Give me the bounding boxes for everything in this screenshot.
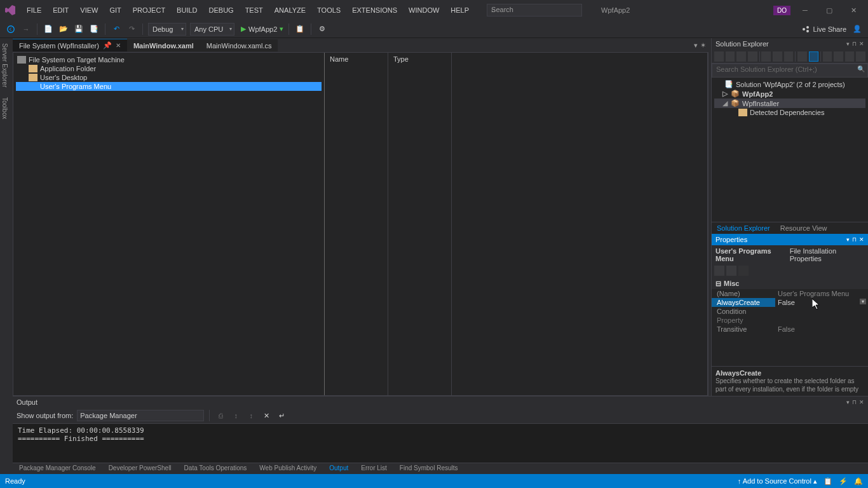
menu-project[interactable]: PROJECT — [128, 3, 170, 18]
save-all-button[interactable]: 📑 — [88, 24, 100, 35]
start-button[interactable]: ▶ WpfApp2 ▾ — [241, 25, 283, 33]
out-tb-wrap[interactable]: ↵ — [276, 410, 287, 421]
alpha-button[interactable] — [726, 266, 736, 276]
category-misc[interactable]: ⊟Misc — [712, 278, 868, 289]
user-badge[interactable]: DO — [773, 6, 790, 15]
forward-button[interactable]: → — [20, 24, 32, 35]
menu-debug[interactable]: DEBUG — [204, 3, 239, 18]
tab-solution-explorer[interactable]: Solution Explorer — [712, 222, 775, 234]
status-icon-3[interactable]: 🔔 — [854, 477, 863, 485]
status-icon-2[interactable]: ⚡ — [839, 477, 848, 485]
back-button[interactable] — [5, 24, 17, 35]
tab-resource-view[interactable]: Resource View — [775, 222, 832, 234]
menu-help[interactable]: HELP — [445, 3, 474, 18]
sol-tb-6[interactable] — [773, 51, 782, 62]
menu-git[interactable]: GIT — [104, 3, 126, 18]
panel-menu-icon[interactable]: ▾ — [846, 399, 850, 405]
tree-programs-menu[interactable]: User's Programs Menu — [16, 82, 322, 91]
tab-options-icon[interactable]: ✶ — [700, 41, 706, 50]
tab-file-system[interactable]: File System (WpfInstaller) 📌 ✕ — [13, 39, 127, 51]
toolbox-tab[interactable]: Toolbox — [0, 92, 10, 124]
search-box[interactable]: Search ⌕ — [487, 4, 582, 17]
sol-tb-10[interactable] — [823, 51, 832, 62]
maximize-button[interactable]: ▢ — [820, 4, 839, 17]
sol-tb-2[interactable] — [726, 51, 735, 62]
pin-icon[interactable]: 📌 — [103, 41, 112, 50]
out-tb-2[interactable]: ↕ — [230, 410, 241, 421]
source-control-button[interactable]: ↑ Add to Source Control ▴ — [738, 477, 817, 485]
sol-tb-8[interactable] — [797, 51, 807, 62]
col-name[interactable]: Name — [325, 53, 388, 395]
menu-extensions[interactable]: EXTENSIONS — [347, 3, 402, 18]
admin-icon[interactable]: 👤 — [851, 24, 863, 35]
property-grid[interactable]: ⊟Misc (Name)User's Programs Menu AlwaysC… — [712, 278, 868, 366]
search-icon[interactable]: ⌕ — [491, 6, 579, 13]
file-list-pane[interactable]: Name Type — [325, 53, 708, 395]
panel-menu-icon[interactable]: ▾ — [846, 236, 850, 243]
detected-deps[interactable]: Detected Dependencies — [714, 108, 865, 117]
menu-tools[interactable]: TOOLS — [312, 3, 346, 18]
redo-button[interactable]: ↷ — [126, 24, 137, 35]
sln-root[interactable]: 📑Solution 'WpfApp2' (2 of 2 projects) — [714, 79, 865, 89]
menu-window[interactable]: WINDOW — [403, 3, 444, 18]
sol-tb-5[interactable] — [761, 51, 771, 62]
solution-tree[interactable]: 📑Solution 'WpfApp2' (2 of 2 projects) ▷📦… — [712, 78, 868, 222]
panel-menu-icon[interactable]: ▾ — [846, 41, 850, 47]
new-project-button[interactable]: 📄 — [43, 24, 54, 35]
output-source-select[interactable]: Package Manager — [77, 410, 204, 421]
menu-analyze[interactable]: ANALYZE — [269, 3, 311, 18]
sol-tb-12[interactable] — [845, 51, 855, 62]
minimize-button[interactable]: ─ — [796, 4, 815, 17]
categorize-button[interactable] — [714, 266, 724, 276]
tree-desktop[interactable]: User's Desktop — [16, 73, 322, 82]
tb-icon-1[interactable]: 📋 — [294, 24, 306, 35]
tree-root[interactable]: File System on Target Machine — [16, 55, 322, 64]
proj-wpfinstaller[interactable]: ◢📦WpfInstaller — [714, 98, 865, 108]
prop-pages-button[interactable] — [738, 266, 749, 276]
status-icon-1[interactable]: 📋 — [824, 477, 832, 485]
proj-wpfapp2[interactable]: ▷📦WpfApp2 — [714, 89, 865, 98]
out-tb-3[interactable]: ↕ — [245, 410, 257, 421]
prop-alwayscreate[interactable]: AlwaysCreateFalse — [712, 298, 868, 307]
solution-search[interactable]: Search Solution Explorer (Ctrl+;) — [712, 64, 868, 78]
out-tb-clear[interactable]: ✕ — [261, 410, 272, 421]
menu-view[interactable]: VIEW — [75, 3, 103, 18]
property-object[interactable]: User's Programs Menu File Installation P… — [712, 245, 868, 264]
platform-dropdown[interactable]: Any CPU — [190, 23, 234, 36]
sol-tb-11[interactable] — [834, 51, 843, 62]
tree-app-folder[interactable]: Application Folder — [16, 64, 322, 73]
menu-edit[interactable]: EDIT — [48, 3, 74, 18]
collapse-icon[interactable]: ⊟ — [715, 280, 721, 288]
tb-icon-2[interactable]: ⚙ — [316, 24, 328, 35]
bottom-tab-package-manager-console[interactable]: Package Manager Console — [13, 463, 102, 474]
undo-button[interactable]: ↶ — [111, 24, 122, 35]
pin-icon[interactable]: ⊓ — [852, 399, 857, 405]
menu-test[interactable]: TEST — [240, 3, 268, 18]
open-button[interactable]: 📂 — [58, 24, 69, 35]
close-panel-icon[interactable]: ✕ — [859, 399, 864, 405]
out-tb-1[interactable]: ⎙ — [215, 410, 226, 421]
col-type[interactable]: Type — [388, 53, 452, 395]
output-text[interactable]: Time Elapsed: 00:00:00.8558339 =========… — [13, 424, 868, 466]
close-panel-icon[interactable]: ✕ — [859, 236, 864, 243]
sol-tb-4[interactable] — [748, 51, 757, 62]
bottom-tab-developer-powershell[interactable]: Developer PowerShell — [102, 463, 178, 474]
menu-file[interactable]: FILE — [22, 3, 46, 18]
config-dropdown[interactable]: Debug — [148, 23, 186, 36]
menu-build[interactable]: BUILD — [172, 3, 202, 18]
sol-tb-home[interactable] — [736, 51, 746, 62]
pin-icon[interactable]: ⊓ — [852, 41, 857, 47]
prop-condition[interactable]: Condition — [712, 307, 868, 316]
sol-tb-7[interactable] — [784, 51, 794, 62]
bottom-tab-error-list[interactable]: Error List — [355, 463, 393, 474]
close-button[interactable]: ✕ — [844, 4, 863, 17]
close-panel-icon[interactable]: ✕ — [859, 41, 864, 47]
tab-overflow-icon[interactable]: ▾ — [694, 41, 698, 50]
close-tab-icon[interactable]: ✕ — [116, 42, 121, 49]
bottom-tab-web-publish-activity[interactable]: Web Publish Activity — [253, 463, 323, 474]
pin-icon[interactable]: ⊓ — [852, 236, 857, 243]
sol-tb-1[interactable] — [714, 51, 724, 62]
folder-tree-pane[interactable]: File System on Target Machine Applicatio… — [13, 53, 325, 395]
sol-tb-13[interactable] — [856, 51, 865, 62]
prop-property[interactable]: Property — [712, 316, 868, 325]
